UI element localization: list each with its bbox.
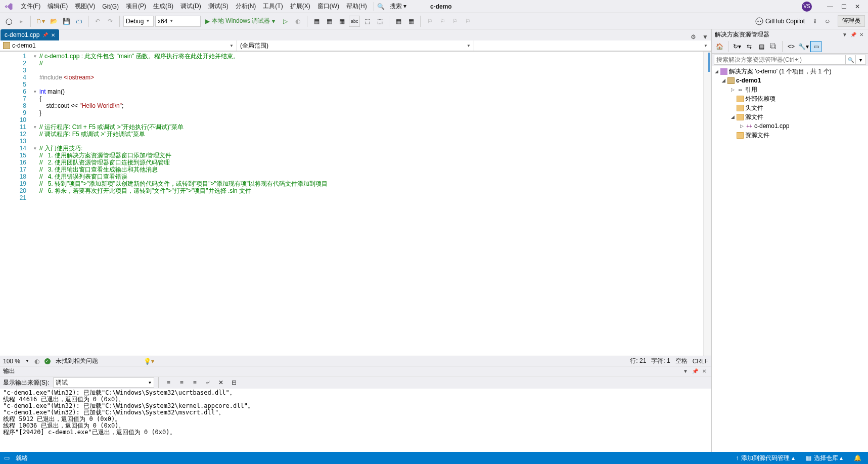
bookmark-2-button[interactable]: ⚐ [437,16,448,27]
menu-tools[interactable]: 工具(T) [259,1,286,12]
nav-fwd-button[interactable]: ▸ [16,16,27,27]
issues-text[interactable]: 未找到相关问题 [56,357,98,365]
cursor-line[interactable]: 行: 21 [630,357,646,365]
toggle-2-button[interactable]: ▦ [324,16,335,27]
redo-button[interactable]: ↷ [105,16,116,27]
tree-references[interactable]: ▷▪▪引用 [712,85,868,94]
output-tool-2[interactable]: ≡ [176,377,187,388]
start-debug-button[interactable]: ▶ 本地 Windows 调试器 ▾ [202,16,278,27]
ptool-5[interactable]: <> [786,41,797,52]
cursor-col[interactable]: 字符: 1 [651,357,670,365]
tree-sources[interactable]: ◢源文件 [712,112,868,121]
output-close-icon[interactable]: ✕ [700,368,708,374]
solution-tree[interactable]: ◢解决方案 'c-demo' (1 个项目，共 1 个) ◢c-demo1 ▷▪… [712,66,868,452]
save-all-button[interactable]: 🗃 [73,16,84,27]
admin-badge[interactable]: 管理员 [838,15,865,27]
output-text[interactable]: "c-demo1.exe"(Win32): 已加载"C:\Windows\Sys… [0,389,711,452]
close-icon[interactable]: ✕ [855,3,860,10]
tree-cpp-file[interactable]: ▷++c-demo1.cpp [712,121,868,131]
toggle-6-button[interactable]: ▦ [393,16,404,27]
ptool-3[interactable]: ▤ [756,41,767,52]
save-button[interactable]: 💾 [61,16,72,27]
nav-member-dropdown[interactable]: (全局范围)▼ [237,40,474,51]
status-output-icon[interactable]: ▭ [4,454,10,461]
toggle-5-button[interactable]: ⬚ [374,16,385,27]
indent-mode[interactable]: 空格 [675,357,688,365]
file-tab-active[interactable]: c-demo1.cpp 📌 ✕ [1,29,59,40]
platform-dropdown[interactable]: x64▼ [155,16,201,27]
output-wrap-button[interactable]: ⤶ [202,377,213,388]
output-dd-icon[interactable]: ▼ [681,368,690,374]
menu-git[interactable]: Git(G) [99,2,122,12]
ptool-1[interactable]: ↻▾ [732,41,743,52]
output-source-dropdown[interactable]: 调试▼ [53,377,154,388]
lightbulb-icon[interactable]: 💡▾ [144,358,154,365]
toggle-4-button[interactable]: ⬚ [361,16,373,27]
panel-close-icon[interactable]: ✕ [858,32,865,37]
open-button[interactable]: 📂 [48,16,59,27]
start-nodbg-button[interactable]: ▷ [280,16,291,27]
code-editor[interactable]: 123456789101112131415161718192021 ▾▾▾▾ /… [0,52,711,356]
ptool-6[interactable]: 🔧▾ [798,41,809,52]
config-dropdown[interactable]: Debug▼ [123,16,154,27]
menu-build[interactable]: 生成(B) [150,1,177,12]
output-tool-6[interactable]: ⊟ [229,377,240,388]
scrollbar[interactable] [703,52,711,356]
menu-help[interactable]: 帮助(H) [343,1,371,12]
menu-view[interactable]: 视图(V) [71,1,99,12]
menu-edit[interactable]: 编辑(E) [44,1,71,12]
output-tool-5[interactable]: ✕ [215,377,226,388]
toggle-1-button[interactable]: ▦ [311,16,322,27]
new-button[interactable]: 🗋▾ [34,16,47,27]
tree-project[interactable]: ◢c-demo1 [712,76,868,85]
menu-project[interactable]: 项目(P) [122,1,150,12]
toggle-7-button[interactable]: ▦ [405,16,417,27]
bookmark-button[interactable]: ⚐ [424,16,435,27]
bookmark-4-button[interactable]: ⚐ [462,16,473,27]
zoom-level[interactable]: 100 % [3,358,20,365]
bookmark-3-button[interactable]: ⚐ [449,16,461,27]
status-source-control[interactable]: ↑ 添加到源代码管理 ▴ [733,454,797,462]
share-button[interactable]: ⇪ [809,16,820,27]
toggle-3-button[interactable]: ▦ [336,16,347,27]
nav-scope-dropdown[interactable]: c-demo1▼ [0,40,237,51]
panel-pin-icon[interactable]: 📌 [849,32,858,37]
zoom-dd-icon[interactable]: ▼ [25,359,29,363]
tree-solution-root[interactable]: ◢解决方案 'c-demo' (1 个项目，共 1 个) [712,67,868,76]
tab-close-icon[interactable]: ✕ [51,32,55,38]
ptool-2[interactable]: ⇆ [744,41,755,52]
feedback-button[interactable]: ☺ [822,16,833,27]
tab-settings-icon[interactable]: ⚙ [688,33,699,40]
home-button[interactable]: 🏠 [714,41,725,52]
nav-back-button[interactable]: ◯ [3,16,14,27]
tree-external[interactable]: 外部依赖项 [712,94,868,103]
tab-list-icon[interactable]: ▼ [699,33,711,40]
menu-analyze[interactable]: 分析(N) [232,1,260,12]
menu-search[interactable]: 搜索 ▾ [386,1,410,12]
toggle-abc-button[interactable]: abc [349,16,360,27]
search-go-icon[interactable]: 🔍 [846,55,856,65]
account-avatar-icon[interactable]: VS [802,2,812,12]
ptool-4[interactable]: ⿻ [768,41,779,52]
nav-extra-dropdown[interactable]: ▼ [474,40,711,51]
menu-test[interactable]: 测试(S) [205,1,232,12]
copilot-button[interactable]: GitHub Copilot [752,17,808,25]
ptool-7-active[interactable]: ▭ [810,41,821,52]
output-clear-button[interactable]: ≡ [163,377,174,388]
menu-extensions[interactable]: 扩展(X) [287,1,314,12]
tree-resources[interactable]: 资源文件 [712,131,868,140]
output-tool-3[interactable]: ≡ [189,377,200,388]
menu-debug[interactable]: 调试(D) [177,1,205,12]
solution-search-input[interactable] [714,55,846,65]
pin-icon[interactable]: 📌 [42,32,48,37]
tree-headers[interactable]: 头文件 [712,103,868,112]
search-dd-icon[interactable]: ▾ [856,55,866,65]
status-bell-icon[interactable]: 🔔 [851,454,864,461]
output-pin-icon[interactable]: 📌 [690,368,700,374]
menu-file[interactable]: 文件(F) [17,1,44,12]
panel-dd-icon[interactable]: ▼ [841,32,849,37]
menu-window[interactable]: 窗口(W) [314,1,343,12]
minimize-icon[interactable]: — [827,3,833,10]
stop-button[interactable]: ◐ [292,16,303,27]
eol-mode[interactable]: CRLF [693,358,708,365]
